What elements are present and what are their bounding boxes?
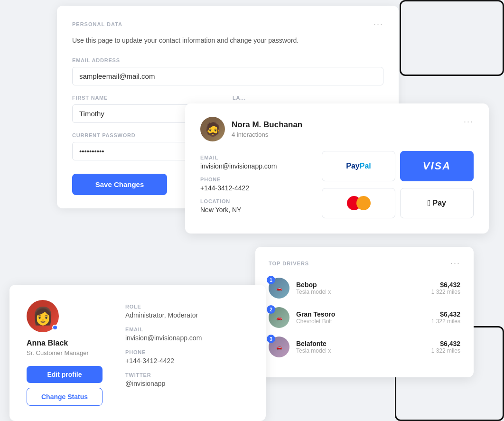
driver-row-1: 🚗 1 Bebop Tesla model x $6,432 1 322 mil… (269, 278, 460, 299)
passenger-profile: Nora M. Buchanan 4 interactions (200, 117, 302, 141)
online-status-dot (52, 325, 58, 330)
email-input[interactable] (72, 67, 383, 85)
visa-button[interactable]: VISA (400, 151, 474, 181)
applepay-button[interactable]:  Pay (400, 188, 474, 218)
last-name-label: LA... (233, 95, 383, 101)
profile-role-label: ROLE (125, 304, 249, 309)
driver-1-rank: 1 (267, 276, 275, 284)
driver-2-rank: 2 (267, 305, 275, 314)
driver-1-avatar-wrap: 🚗 1 (269, 278, 289, 299)
profile-email-label: EMAIL (125, 327, 249, 332)
personal-data-more-icon[interactable]: ··· (373, 19, 383, 29)
driver-row-3: 🚗 3 Belafonte Tesla model x $6,432 1 322… (269, 337, 460, 357)
driver-2-name: Gran Tesoro (296, 310, 425, 318)
profile-twitter-value: @invisionapp (125, 380, 249, 387)
profile-role: Sr. Customer Manager (27, 349, 89, 356)
profile-right-section: ROLE Administrator, Moderator EMAIL invi… (125, 300, 249, 406)
driver-2-car: Chevrolet Bolt (296, 318, 425, 325)
profile-phone-label: PHONE (125, 349, 249, 355)
passenger-info-card: Nora M. Buchanan 4 interactions ··· EMAI… (185, 103, 489, 234)
driver-3-name: Belafonte (296, 340, 425, 347)
driver-2-stats: $6,432 1 322 miles (431, 310, 460, 325)
driver-3-miles: 1 322 miles (431, 347, 460, 354)
profile-card: Anna Black Sr. Customer Manager Edit pro… (9, 285, 266, 421)
driver-1-miles: 1 322 miles (431, 289, 460, 295)
driver-3-earnings: $6,432 (431, 340, 460, 347)
top-drivers-header: TOP DRIVERS ··· (269, 258, 460, 268)
top-drivers-title: TOP DRIVERS (269, 261, 309, 266)
passenger-phone-value: +144-3412-4422 (200, 184, 310, 192)
save-changes-button[interactable]: Save Changes (72, 174, 167, 195)
profile-role-value: Administrator, Moderator (125, 311, 249, 319)
driver-1-stats: $6,432 1 322 miles (431, 281, 460, 295)
profile-twitter-row: TWITTER @invisionapp (125, 372, 249, 387)
driver-2-info: Gran Tesoro Chevrolet Bolt (296, 310, 425, 325)
driver-3-rank: 3 (267, 335, 275, 343)
email-label: EMAIL ADDRESS (72, 57, 383, 63)
mastercard-orange-circle (356, 196, 371, 210)
border-decoration-tr (400, 0, 504, 76)
passenger-location-row: LOCATION New York, NY (200, 198, 310, 214)
driver-row-2: 🚗 2 Gran Tesoro Chevrolet Bolt $6,432 1 … (269, 307, 460, 328)
passenger-interactions: 4 interactions (232, 131, 302, 138)
personal-data-card-header: PERSONAL DATA ··· (72, 19, 383, 29)
driver-1-car: Tesla model x (296, 289, 425, 295)
mastercard-button[interactable] (322, 188, 395, 218)
driver-3-info: Belafonte Tesla model x (296, 340, 425, 354)
passenger-email-value: invision@invisionapp.com (200, 162, 310, 170)
passenger-location-value: New York, NY (200, 206, 310, 214)
apple-icon:  (428, 198, 431, 208)
change-status-button[interactable]: Change Status (27, 388, 103, 406)
driver-1-name: Bebop (296, 281, 425, 289)
personal-data-description: Use this page to update your contact inf… (72, 37, 383, 44)
passenger-info-section: EMAIL invision@invisionapp.com PHONE +14… (200, 155, 310, 220)
profile-twitter-label: TWITTER (125, 372, 249, 378)
passenger-more-icon[interactable]: ··· (464, 117, 474, 127)
paypal-label: PayPal (346, 162, 371, 170)
profile-avatar-wrap (27, 300, 59, 332)
passenger-info-header: Nora M. Buchanan 4 interactions ··· (200, 117, 474, 141)
driver-1-earnings: $6,432 (431, 281, 460, 289)
profile-phone-value: +144-3412-4422 (125, 357, 249, 365)
payment-methods: PayPal VISA  Pay (322, 151, 474, 220)
passenger-phone-row: PHONE +144-3412-4422 (200, 177, 310, 192)
passenger-content: EMAIL invision@invisionapp.com PHONE +14… (200, 151, 474, 220)
passenger-phone-label: PHONE (200, 177, 310, 182)
driver-3-avatar-wrap: 🚗 3 (269, 337, 289, 357)
top-drivers-card: TOP DRIVERS ··· 🚗 1 Bebop Tesla model x … (255, 247, 474, 377)
profile-role-row: ROLE Administrator, Moderator (125, 304, 249, 319)
driver-2-earnings: $6,432 (431, 310, 460, 318)
driver-3-stats: $6,432 1 322 miles (431, 340, 460, 354)
passenger-name: Nora M. Buchanan (232, 120, 302, 130)
personal-data-title: PERSONAL DATA (72, 21, 122, 27)
profile-name: Anna Black (27, 339, 68, 347)
first-name-label: FIRST NAME (72, 95, 223, 101)
passenger-details: Nora M. Buchanan 4 interactions (232, 120, 302, 138)
mastercard-icon (347, 196, 371, 210)
edit-profile-button[interactable]: Edit profile (27, 366, 103, 383)
passenger-avatar (200, 117, 225, 141)
driver-1-info: Bebop Tesla model x (296, 281, 425, 295)
passenger-email-label: EMAIL (200, 155, 310, 160)
passenger-email-row: EMAIL invision@invisionapp.com (200, 155, 310, 170)
visa-label: VISA (423, 160, 451, 172)
profile-email-value: invision@invisionapp.com (125, 334, 249, 342)
email-group: EMAIL ADDRESS (72, 57, 383, 85)
profile-left-section: Anna Black Sr. Customer Manager Edit pro… (27, 300, 103, 406)
driver-3-car: Tesla model x (296, 347, 425, 354)
driver-2-avatar-wrap: 🚗 2 (269, 307, 289, 328)
driver-2-miles: 1 322 miles (431, 318, 460, 325)
profile-email-row: EMAIL invision@invisionapp.com (125, 327, 249, 342)
paypal-button[interactable]: PayPal (322, 151, 395, 181)
passenger-location-label: LOCATION (200, 198, 310, 204)
profile-phone-row: PHONE +144-3412-4422 (125, 349, 249, 365)
top-drivers-more-icon[interactable]: ··· (450, 258, 460, 268)
applepay-label:  Pay (428, 198, 446, 208)
email-row: EMAIL ADDRESS (72, 57, 383, 85)
